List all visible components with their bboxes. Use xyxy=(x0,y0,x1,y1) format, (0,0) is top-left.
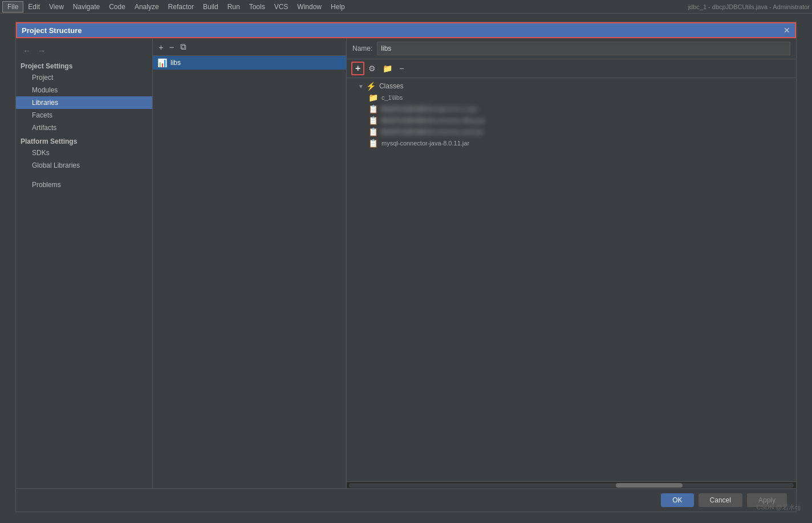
menu-tools[interactable]: Tools xyxy=(245,2,270,12)
nav-forward-button[interactable]: → xyxy=(35,45,48,56)
library-list: 📊 libs xyxy=(153,56,346,488)
classes-label: Classes xyxy=(379,82,404,90)
add-library-button[interactable]: + xyxy=(156,41,166,53)
library-entry-name: libs xyxy=(170,59,181,67)
path-text-0: c_1\libs xyxy=(381,94,403,101)
tree-row-4[interactable]: 📋 mysql-connector-java-8.0.11.jar xyxy=(347,137,796,149)
menu-run[interactable]: Run xyxy=(223,2,245,12)
nav-back-button[interactable]: ← xyxy=(21,45,33,56)
path-text-4: mysql-connector-java-8.0.11.jar xyxy=(381,140,469,147)
sidebar-item-libraries[interactable]: Libraries xyxy=(16,96,152,109)
name-bar: Name: xyxy=(347,38,796,59)
scrollbar-track xyxy=(349,483,794,488)
sidebar-item-modules[interactable]: Modules xyxy=(16,84,152,96)
menu-code[interactable]: Code xyxy=(104,2,130,12)
add-folder-button[interactable]: 📁 xyxy=(380,63,395,74)
add-to-module-button[interactable]: ⚙ xyxy=(366,63,379,74)
menubar: File Edit View Navigate Code Analyze Ref… xyxy=(0,0,812,14)
dialog-titlebar: Project Structure ✕ xyxy=(16,22,796,38)
platform-settings-label: Platform Settings xyxy=(16,134,152,147)
watermark: CSDN @若水cjj xyxy=(756,503,801,512)
menu-file[interactable]: File xyxy=(2,1,23,13)
scrollbar-thumb xyxy=(616,483,683,488)
sidebar-item-project[interactable]: Project xyxy=(16,71,152,84)
name-label: Name: xyxy=(352,44,372,52)
sidebar-item-sdks[interactable]: SDKs xyxy=(16,147,152,159)
content-row: + − ⧉ 📊 libs Name: xyxy=(153,38,796,488)
project-structure-dialog: Project Structure ✕ ← → Project Settings… xyxy=(15,22,797,512)
remove-library-button[interactable]: − xyxy=(167,41,177,53)
folder-icon-0: 📁 xyxy=(368,93,378,102)
library-panel: + − ⧉ 📊 libs xyxy=(153,38,347,488)
menu-build[interactable]: Build xyxy=(198,2,223,12)
horizontal-scrollbar[interactable] xyxy=(347,481,796,488)
tree-row-3[interactable]: 📋 数据库连接池驱动\commons-pool.jar xyxy=(347,126,796,137)
copy-library-button[interactable]: ⧉ xyxy=(178,40,189,53)
jar-icon-4: 📋 xyxy=(368,139,378,148)
jar-icon-1: 📋 xyxy=(368,104,378,113)
dialog-title: Project Structure xyxy=(22,26,82,35)
menu-help[interactable]: Help xyxy=(326,2,350,12)
sidebar-item-artifacts[interactable]: Artifacts xyxy=(16,121,152,134)
nav-buttons: ← → xyxy=(16,43,152,59)
menu-vcs[interactable]: VCS xyxy=(270,2,293,12)
add-class-button[interactable]: + xyxy=(351,62,364,75)
detail-panel: Name: + ⚙ 📁 − ▼ xyxy=(347,38,796,488)
library-icon: 📊 xyxy=(157,58,167,67)
jar-icon-3: 📋 xyxy=(368,127,378,136)
close-button[interactable]: ✕ xyxy=(783,26,790,35)
tree-toggle-icon: ▼ xyxy=(358,83,364,90)
project-settings-label: Project Settings xyxy=(16,59,152,71)
menu-window[interactable]: Window xyxy=(293,2,326,12)
menu-navigate[interactable]: Navigate xyxy=(68,2,104,12)
path-text-2: 数据库连接池驱动\commons-dbcp.jar xyxy=(381,116,485,125)
menu-refactor[interactable]: Refactor xyxy=(164,2,198,12)
ok-button[interactable]: OK xyxy=(661,493,693,507)
menu-edit[interactable]: Edit xyxy=(23,2,44,12)
cancel-button[interactable]: Cancel xyxy=(699,493,742,507)
path-text-1: 数据库连接池驱动\c3p0-0.9.1.2.jar xyxy=(381,105,477,113)
tree-row-1[interactable]: 📋 数据库连接池驱动\c3p0-0.9.1.2.jar xyxy=(347,103,796,115)
sidebar-item-global-libraries[interactable]: Global Libraries xyxy=(16,159,152,172)
menu-view[interactable]: View xyxy=(44,2,68,12)
detail-toolbar: + ⚙ 📁 − xyxy=(347,59,796,78)
window-title: jdbc_1 - dbcpJDBCUtils.java - Administra… xyxy=(688,3,810,10)
tree-row-2[interactable]: 📋 数据库连接池驱动\commons-dbcp.jar xyxy=(347,115,796,126)
dialog-footer: OK Cancel Apply xyxy=(16,488,796,512)
name-input[interactable] xyxy=(377,42,790,55)
dialog-container: Project Structure ✕ ← → Project Settings… xyxy=(0,17,812,523)
sidebar-item-problems[interactable]: Problems xyxy=(16,172,152,191)
classes-icon: ⚡ xyxy=(366,82,376,91)
menu-analyze[interactable]: Analyze xyxy=(130,2,164,12)
dialog-body: ← → Project Settings Project Modules Lib… xyxy=(16,38,796,488)
library-entry-libs[interactable]: 📊 libs xyxy=(153,56,346,70)
jar-icon-2: 📋 xyxy=(368,116,378,125)
tree-classes-row[interactable]: ▼ ⚡ Classes xyxy=(347,80,796,92)
sidebar: ← → Project Settings Project Modules Lib… xyxy=(16,38,153,488)
library-panel-toolbar: + − ⧉ xyxy=(153,38,346,56)
tree-row-0[interactable]: 📁 c_1\libs xyxy=(347,92,796,103)
remove-class-button[interactable]: − xyxy=(396,63,407,74)
classes-tree: ▼ ⚡ Classes 📁 c_1\libs 📋 数据库连接池驱动\c3 xyxy=(347,78,796,481)
sidebar-item-facets[interactable]: Facets xyxy=(16,109,152,121)
path-text-3: 数据库连接池驱动\commons-pool.jar xyxy=(381,128,483,136)
